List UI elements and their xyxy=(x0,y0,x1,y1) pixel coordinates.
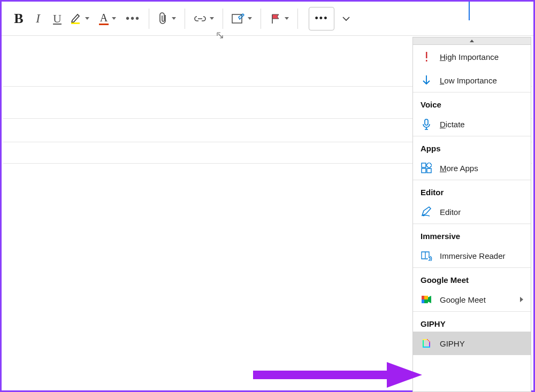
svg-rect-7 xyxy=(422,168,426,173)
separator xyxy=(261,9,261,29)
highlighter-icon xyxy=(70,12,82,25)
annotation-arrow xyxy=(248,360,424,392)
svg-rect-5 xyxy=(422,163,426,167)
svg-rect-8 xyxy=(427,168,431,173)
paperclip-icon xyxy=(158,12,169,26)
svg-rect-0 xyxy=(71,22,80,24)
menu-item-more-apps[interactable]: More Apps xyxy=(413,156,531,180)
arrow-down-icon xyxy=(421,74,432,86)
menu-label: Low Importance xyxy=(440,76,497,85)
separator xyxy=(297,9,298,29)
bold-button[interactable]: B xyxy=(9,7,28,30)
menu-label: GIPHY xyxy=(440,339,465,348)
dialog-launcher-icon[interactable] xyxy=(217,31,224,37)
separator xyxy=(185,9,185,29)
svg-rect-19 xyxy=(429,341,430,342)
menu-label: Google Meet xyxy=(440,295,486,304)
customize-toolbar-button[interactable] xyxy=(334,7,358,30)
giphy-icon xyxy=(421,338,432,349)
menu-header-editor: Editor xyxy=(413,180,531,200)
menu-label: Immersive Reader xyxy=(440,251,506,260)
flag-button[interactable] xyxy=(266,7,292,30)
attach-button[interactable] xyxy=(155,7,179,30)
menu-label: High Importance xyxy=(440,52,499,62)
ellipsis-icon: ••• xyxy=(315,13,328,24)
menu-header-apps: Apps xyxy=(413,136,531,156)
chevron-up-icon xyxy=(470,40,474,42)
svg-rect-10 xyxy=(422,296,424,299)
menu-label: Editor xyxy=(440,207,461,217)
svg-rect-13 xyxy=(423,339,424,348)
menu-header-voice: Voice xyxy=(413,92,531,112)
menu-label: Dictate xyxy=(440,120,465,129)
toolbar: B I U A ••• xyxy=(2,2,533,36)
text-cursor xyxy=(469,2,470,20)
menu-item-dictate[interactable]: Dictate xyxy=(413,112,531,136)
font-color-icon: A xyxy=(99,12,109,25)
svg-rect-12 xyxy=(424,296,428,299)
menu-label: More Apps xyxy=(440,164,478,173)
editor-pen-icon xyxy=(421,206,432,217)
svg-rect-3 xyxy=(426,60,427,62)
font-color-button[interactable]: A xyxy=(96,7,119,30)
svg-rect-4 xyxy=(425,119,428,125)
italic-button[interactable]: I xyxy=(28,7,48,30)
highlight-button[interactable] xyxy=(67,7,93,30)
menu-header-google-meet: Google Meet xyxy=(413,267,531,288)
chevron-down-icon xyxy=(342,14,350,23)
svg-rect-6 xyxy=(426,163,432,168)
menu-header-giphy: GIPHY xyxy=(413,311,531,332)
menu-item-google-meet[interactable]: Google Meet xyxy=(413,288,531,311)
apps-icon xyxy=(421,163,432,173)
flag-icon xyxy=(270,13,281,25)
menu-header-immersive: Immersive xyxy=(413,224,531,244)
microphone-icon xyxy=(421,118,432,130)
chevron-down-icon xyxy=(210,17,214,20)
svg-rect-2 xyxy=(426,52,427,58)
google-meet-icon xyxy=(421,295,432,304)
menu-item-giphy[interactable]: GIPHY xyxy=(413,332,531,355)
chevron-down-icon xyxy=(112,17,116,20)
chevron-down-icon xyxy=(85,17,89,20)
svg-rect-16 xyxy=(423,347,430,348)
menu-item-editor[interactable]: Editor xyxy=(413,200,531,224)
svg-rect-17 xyxy=(427,339,428,340)
bold-icon: B xyxy=(14,11,23,27)
underline-icon: U xyxy=(53,12,62,26)
chevron-down-icon xyxy=(285,17,289,20)
exclamation-icon xyxy=(421,51,432,63)
svg-rect-11 xyxy=(422,299,424,303)
separator xyxy=(223,9,223,29)
underline-button[interactable]: U xyxy=(48,7,67,30)
immersive-reader-icon xyxy=(421,250,432,261)
ellipsis-icon: ••• xyxy=(126,12,140,25)
separator xyxy=(149,9,149,29)
menu-item-immersive-reader[interactable]: Immersive Reader xyxy=(413,244,531,267)
chevron-down-icon xyxy=(172,17,176,20)
signature-button[interactable] xyxy=(228,7,255,30)
link-icon xyxy=(194,14,207,24)
menu-item-low-importance[interactable]: Low Importance xyxy=(413,68,531,92)
overflow-menu: High Importance Low Importance Voice Dic… xyxy=(412,37,531,392)
overflow-button[interactable]: ••• xyxy=(309,7,334,30)
italic-icon: I xyxy=(36,11,40,26)
link-button[interactable] xyxy=(190,7,217,30)
chevron-right-icon xyxy=(520,297,523,302)
more-formatting-button[interactable]: ••• xyxy=(123,7,143,30)
menu-item-high-importance[interactable]: High Importance xyxy=(413,45,531,68)
window-frame: B I U A ••• xyxy=(0,0,535,392)
svg-rect-18 xyxy=(428,340,429,341)
chevron-down-icon xyxy=(248,17,252,20)
signature-icon xyxy=(232,13,244,25)
menu-scroll-up[interactable] xyxy=(413,37,531,45)
